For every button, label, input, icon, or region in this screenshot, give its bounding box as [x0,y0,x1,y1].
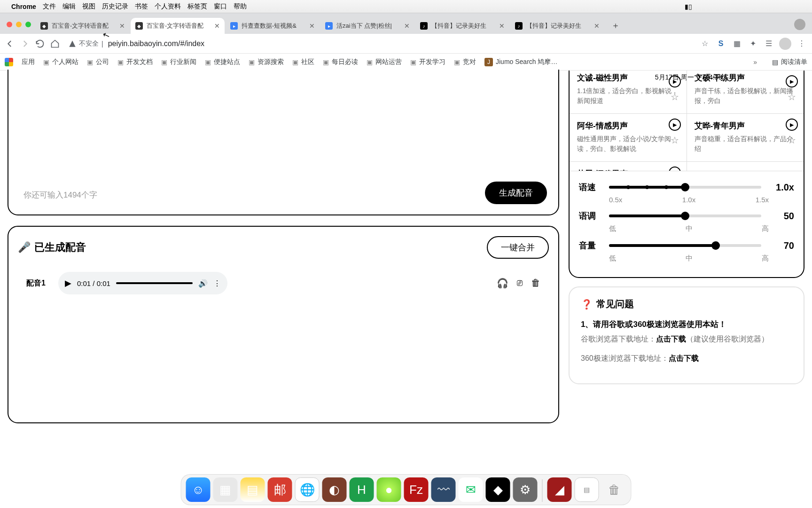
merge-all-button[interactable]: 一键合并 [487,236,549,259]
play-button[interactable]: ▶ [65,278,71,288]
forward-button[interactable] [20,39,30,49]
menu-help[interactable]: 帮助 [234,2,247,11]
zoom-window-button[interactable] [25,22,31,27]
menu-file[interactable]: 文件 [43,2,56,11]
app-name[interactable]: Chrome [11,3,36,10]
tab-4[interactable]: ▸活zai当下 点赞|粉丝|✕ [320,18,414,34]
bookmark-folder[interactable]: ▣每日必读 [323,58,358,66]
apps-label[interactable]: 应用 [22,58,35,66]
minimize-window-button[interactable] [16,22,22,27]
reading-list-button[interactable]: ☰ [763,38,774,49]
speed-slider[interactable] [609,186,761,189]
close-tab-icon[interactable]: ✕ [499,22,505,30]
status-battery-icon[interactable]: ▮▯ [685,3,692,10]
back-button[interactable] [5,39,15,49]
menu-edit[interactable]: 编辑 [62,2,76,11]
headphones-icon[interactable]: 🎧 [497,278,508,289]
close-tab-icon[interactable]: ✕ [119,22,125,30]
close-tab-icon[interactable]: ✕ [214,22,220,30]
bookmark-folder[interactable]: ▣开发学习 [410,58,445,66]
voice-item[interactable]: 文硕-干练男声 声音干练，适合影视解说，新闻播报，旁白 ▶☆ [687,71,804,113]
voice-star-icon[interactable]: ☆ [788,135,796,146]
ext-sogou-icon[interactable]: S [715,38,726,49]
voice-star-icon[interactable]: ☆ [671,91,679,103]
tab-3[interactable]: ▸抖查查数据-短视频&✕ [226,18,320,34]
dock-chrome-icon[interactable]: 🌐 [295,477,320,502]
dock-mail-icon[interactable]: 邮 [268,477,292,502]
ext-panda-icon[interactable]: ▦ [731,38,742,49]
reading-list-button[interactable]: ▤阅读清单 [772,58,807,66]
new-tab-button[interactable]: ＋ [609,19,622,32]
voice-star-icon[interactable]: ☆ [788,91,796,103]
tab-5[interactable]: ♪【抖音】记录美好生✕ [415,18,509,34]
dock-wechat-icon[interactable]: ✉ [459,477,483,502]
voice-item[interactable]: 艾墨-沉稳男声 ▶ [570,161,687,171]
close-window-button[interactable] [7,22,12,27]
dock-app-icon[interactable]: ◐ [322,477,347,502]
dock-settings-icon[interactable]: ⚙ [513,477,538,502]
volume-slider[interactable] [609,244,761,247]
menu-history[interactable]: 历史记录 [102,2,128,11]
voice-star-icon[interactable]: ☆ [671,135,679,146]
menu-tabs[interactable]: 标签页 [187,2,207,11]
tab-1[interactable]: ◆百宝音-文字转语音配✕ [36,18,130,34]
bookmark-folder[interactable]: ▣网站运营 [367,58,402,66]
voice-play-icon[interactable]: ▶ [669,167,681,171]
bookmark-folder[interactable]: ▣便捷站点 [205,58,240,66]
voice-play-icon[interactable]: ▶ [669,119,681,131]
close-tab-icon[interactable]: ✕ [594,22,600,30]
menu-view[interactable]: 视图 [82,2,95,11]
audio-menu-icon[interactable]: ⋮ [213,279,221,288]
dock-app-icon[interactable]: ◢ [547,477,572,502]
tab-2[interactable]: ◆百宝音-文字转语音配✕ [131,18,225,34]
voice-item[interactable] [687,161,804,171]
audio-player[interactable]: ▶ 0:01 / 0:01 🔊 ⋮ [58,272,227,294]
voice-play-icon[interactable]: ▶ [786,75,798,87]
menu-bookmarks[interactable]: 书签 [135,2,148,11]
bookmark-folder[interactable]: ▣行业新闻 [161,58,196,66]
delete-icon[interactable]: 🗑 [531,278,540,289]
tab-6[interactable]: ♪【抖音】记录美好生✕ [510,18,604,34]
dock-launchpad-icon[interactable]: ▦ [213,477,238,502]
apps-icon[interactable] [5,58,13,66]
star-button[interactable]: ☆ [699,38,710,49]
video-icon[interactable]: ⎚ [517,278,523,289]
dock-baibaoyin-icon[interactable]: ◆ [486,477,510,502]
dock-filezilla-icon[interactable]: Fz [404,477,429,502]
voice-item[interactable]: 文诚-磁性男声 1.1倍加速，适合旁白，影视解说，新闻报道 ▶☆ [570,71,687,113]
extensions-button[interactable]: ✦ [747,38,758,49]
download-link[interactable]: 点击下载 [669,354,699,362]
reload-button[interactable] [35,39,45,49]
close-tab-icon[interactable]: ✕ [309,22,315,30]
bookmark-folder[interactable]: ▣公司 [87,58,109,66]
dock-trash-icon[interactable]: 🗑 [602,477,626,502]
generate-audio-button[interactable]: 生成配音 [485,182,547,204]
bookmarks-overflow[interactable]: » [753,58,757,66]
chrome-menu-button[interactable]: ⋮ [796,38,807,49]
voice-item[interactable]: 艾晔-青年男声 声音稳重，适合百科解说，产品介绍 ▶☆ [687,113,804,161]
bookmark-folder[interactable]: ▣资源搜索 [249,58,284,66]
dock-notes-icon[interactable]: ▤ [241,477,265,502]
profile-avatar[interactable] [779,38,791,50]
voice-item[interactable]: 阿华-情感男声 磁性通用男声，适合小说/文学阅读，旁白、影视解说 ▶☆ [570,113,687,161]
bookmark-folder[interactable]: ▣开发文档 [117,58,153,66]
bookmark-folder[interactable]: ▣社区 [292,58,314,66]
audio-track[interactable] [116,282,193,284]
close-tab-icon[interactable]: ✕ [404,22,410,30]
bookmark-folder[interactable]: ▣个人网站 [43,58,78,66]
tab-search-button[interactable] [794,19,805,30]
address-bar[interactable]: 不安全 | peiyin.baibaoyin.com/#/index [65,36,695,51]
volume-icon[interactable]: 🔊 [198,279,208,288]
pitch-slider[interactable] [609,214,761,217]
menu-window[interactable]: 窗口 [214,2,227,11]
home-button[interactable] [50,39,60,49]
dock-app-icon[interactable]: 〰 [431,477,456,502]
download-link[interactable]: 点击下载 [656,335,686,343]
bookmark-jiumo[interactable]: JJiumo Search 鸠摩… [484,58,557,66]
dock-finder-icon[interactable]: ☺ [186,477,211,502]
voice-play-icon[interactable]: ▶ [669,75,681,87]
dock-app-icon[interactable]: ● [377,477,401,502]
dock-document-icon[interactable]: ▤ [575,477,599,502]
bookmark-folder[interactable]: ▣竞对 [454,58,476,66]
dock-app-icon[interactable]: H [350,477,374,502]
